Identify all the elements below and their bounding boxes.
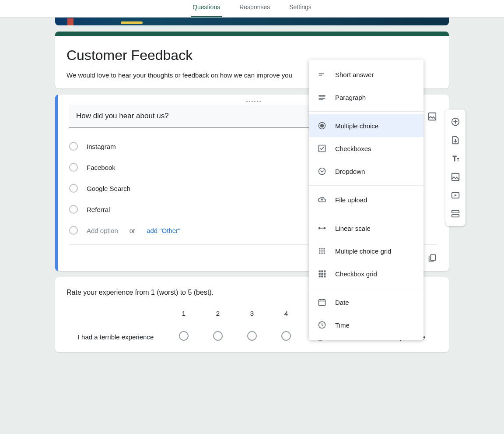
svg-rect-31 xyxy=(321,275,323,277)
svg-point-11 xyxy=(319,168,326,175)
svg-point-18 xyxy=(319,250,320,251)
type-mc-grid[interactable]: Multiple choice grid xyxy=(309,240,424,262)
tab-questions[interactable]: Questions xyxy=(191,4,222,17)
svg-rect-28 xyxy=(321,273,323,275)
checkbox-icon xyxy=(318,144,326,153)
radio-icon xyxy=(69,184,78,193)
add-question-icon[interactable] xyxy=(450,116,461,127)
svg-point-16 xyxy=(321,248,322,249)
svg-rect-33 xyxy=(319,300,326,305)
svg-rect-2 xyxy=(319,74,324,74)
svg-rect-5 xyxy=(319,96,326,97)
svg-rect-25 xyxy=(321,271,323,272)
option-label: Instagram xyxy=(87,143,116,150)
add-other-button[interactable]: add "Other" xyxy=(147,227,180,234)
radio-icon xyxy=(247,331,257,341)
type-file-upload[interactable]: File upload xyxy=(309,188,424,211)
svg-point-12 xyxy=(318,227,321,229)
scale-point-2[interactable]: 2 xyxy=(203,310,233,341)
svg-rect-0 xyxy=(429,113,436,120)
calendar-icon xyxy=(318,298,326,307)
svg-point-19 xyxy=(321,250,322,251)
radio-icon xyxy=(213,331,223,341)
svg-point-17 xyxy=(323,248,325,249)
dropdown-icon xyxy=(318,167,326,176)
scale-label-left: I had a terrible experience xyxy=(66,333,165,341)
add-option-button[interactable]: Add option xyxy=(87,227,118,234)
square-grid-icon xyxy=(318,269,326,278)
scale-point-4[interactable]: 4 xyxy=(271,310,301,341)
add-image-icon[interactable] xyxy=(450,172,461,182)
type-dropdown[interactable]: Dropdown xyxy=(309,160,424,183)
tab-settings[interactable]: Settings xyxy=(287,4,313,17)
svg-rect-36 xyxy=(452,173,459,181)
svg-rect-24 xyxy=(319,271,321,272)
paragraph-icon xyxy=(318,93,326,102)
form-header-image xyxy=(55,18,449,25)
side-toolbar xyxy=(445,109,466,226)
svg-rect-4 xyxy=(319,95,326,96)
scale-point-3[interactable]: 3 xyxy=(237,310,267,341)
add-image-icon[interactable] xyxy=(427,111,438,122)
short-answer-icon xyxy=(318,70,326,79)
svg-rect-1 xyxy=(430,255,435,261)
type-cb-grid[interactable]: Checkbox grid xyxy=(309,262,424,285)
svg-rect-29 xyxy=(324,273,326,275)
svg-rect-6 xyxy=(319,98,326,99)
dot-grid-icon xyxy=(318,247,326,255)
add-section-icon[interactable] xyxy=(450,208,461,219)
svg-rect-3 xyxy=(319,75,322,76)
svg-point-23 xyxy=(323,252,325,254)
svg-rect-30 xyxy=(319,275,321,277)
cloud-upload-icon xyxy=(318,195,326,204)
svg-rect-39 xyxy=(452,215,459,217)
add-option-or: or xyxy=(130,227,135,234)
radio-icon xyxy=(69,205,78,214)
type-linear-scale[interactable]: Linear scale xyxy=(309,217,424,240)
svg-rect-32 xyxy=(324,275,326,277)
scale-point-1[interactable]: 1 xyxy=(168,310,199,341)
type-date[interactable]: Date xyxy=(309,291,424,314)
svg-rect-27 xyxy=(319,273,321,275)
svg-rect-7 xyxy=(319,99,323,100)
linear-scale-icon xyxy=(318,224,326,233)
add-video-icon[interactable] xyxy=(450,190,461,201)
duplicate-icon[interactable] xyxy=(427,253,438,263)
type-paragraph[interactable]: Paragraph xyxy=(309,86,424,109)
radio-icon xyxy=(69,142,78,151)
svg-point-15 xyxy=(319,248,320,249)
type-multiple-choice[interactable]: Multiple choice xyxy=(309,114,424,137)
svg-rect-38 xyxy=(452,211,459,213)
question-type-menu: Short answer Paragraph Multiple choice C… xyxy=(309,60,424,340)
import-questions-icon[interactable] xyxy=(450,135,461,145)
radio-selected-icon xyxy=(318,121,326,130)
svg-point-20 xyxy=(323,250,325,251)
type-short-answer[interactable]: Short answer xyxy=(309,63,424,86)
option-label: Google Search xyxy=(87,185,130,192)
type-time[interactable]: Time xyxy=(309,314,424,336)
option-label: Referral xyxy=(87,206,110,213)
radio-icon xyxy=(69,226,78,235)
add-title-icon[interactable] xyxy=(450,153,461,164)
radio-icon xyxy=(281,331,291,341)
option-label: Facebook xyxy=(87,164,116,171)
svg-rect-26 xyxy=(324,271,326,272)
radio-icon xyxy=(69,163,78,172)
svg-point-14 xyxy=(323,227,326,229)
svg-rect-13 xyxy=(321,228,324,229)
svg-point-21 xyxy=(319,252,320,254)
top-tabs: Questions Responses Settings xyxy=(0,0,504,18)
svg-point-22 xyxy=(321,252,322,254)
tab-responses[interactable]: Responses xyxy=(238,4,272,17)
type-checkboxes[interactable]: Checkboxes xyxy=(309,137,424,160)
clock-icon xyxy=(318,321,326,329)
svg-point-9 xyxy=(321,124,324,127)
radio-icon xyxy=(179,331,189,341)
